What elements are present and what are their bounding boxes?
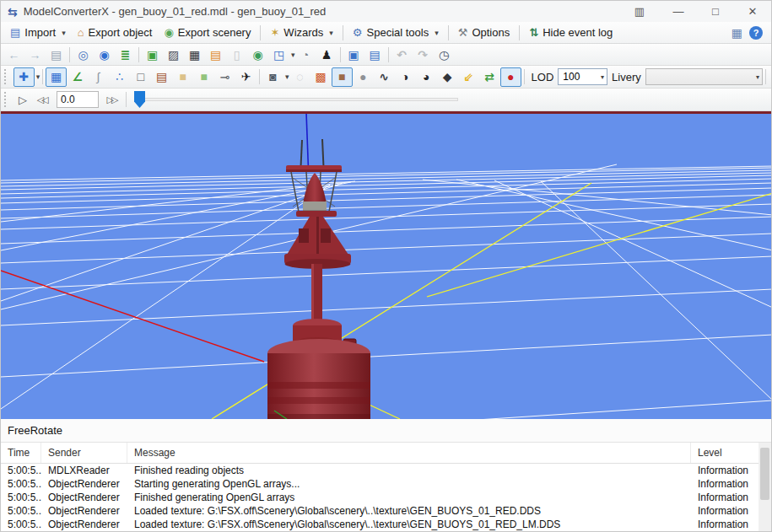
sphere-button[interactable]: ● [353, 67, 374, 87]
log-row[interactable]: 5:00:5... ObjectRenderer Finished genera… [1, 491, 759, 504]
viewport-status-bar: FreeRotate [1, 419, 771, 443]
joint-button[interactable]: ⊸ [214, 67, 235, 87]
toolbar-grip[interactable] [4, 69, 10, 84]
history-button[interactable]: ◷ [434, 45, 455, 64]
wireframe-button[interactable]: □ [130, 67, 151, 87]
flat-shade-button[interactable]: ■ [172, 67, 193, 87]
log-level: Information [691, 465, 759, 476]
chevron-down-icon[interactable]: ▾ [601, 73, 604, 81]
attach-button[interactable]: ∫ [88, 67, 109, 87]
special-tools-button[interactable]: ⚙ Special tools ▾ [347, 24, 445, 40]
back-button[interactable]: ← [3, 45, 24, 64]
import-button[interactable]: ▤ Import ▾ [4, 24, 72, 40]
ghost-sphere-button[interactable]: ◌ [289, 67, 310, 87]
wizards-button[interactable]: ✶ Wizards ▾ [264, 24, 338, 40]
xml-editor-button[interactable]: ▤ [205, 45, 226, 64]
fast-forward-button[interactable]: ▷▷ [102, 94, 123, 105]
menu-separator [519, 25, 520, 40]
color-cube-button[interactable]: ▩ [310, 67, 332, 87]
export-scenery-button[interactable]: ◉ Export scenery [158, 24, 256, 40]
help-button[interactable]: ? [749, 26, 763, 40]
log-sender: ObjectRenderer [41, 505, 127, 517]
toolbar-grip[interactable] [4, 92, 10, 107]
export-object-button[interactable]: ⌂ Export object [72, 24, 159, 40]
airplane-button[interactable]: ✈ [235, 67, 256, 87]
animation-time-field[interactable]: 0.0 [57, 91, 99, 108]
light-rays-button[interactable]: ⇙ [458, 67, 479, 87]
lod-label: LOD [532, 71, 554, 83]
chevron-down-icon[interactable]: ▾ [62, 29, 66, 37]
scrollbar-thumb[interactable] [760, 448, 769, 500]
export-scenery-label: Export scenery [178, 26, 251, 39]
axes-toggle-button[interactable]: ∠ [67, 67, 88, 87]
title-bar[interactable]: ⇆ ModelConverterX - gen_buoy_01_red.mdl … [1, 1, 771, 22]
refresh-button[interactable]: ⇄ [479, 67, 500, 87]
wizards-icon: ✶ [270, 26, 279, 39]
placemark-button[interactable]: ◉ [94, 45, 115, 64]
chevron-down-icon[interactable]: ▾ [36, 73, 40, 81]
screenshot-button[interactable]: ◙ [262, 67, 283, 87]
rewind-button[interactable]: ◁◁ [32, 94, 53, 105]
export-scenery-icon: ◉ [164, 26, 173, 39]
toolbar-separator [126, 92, 127, 107]
slider-thumb[interactable] [134, 91, 145, 108]
log-sender: ObjectRenderer [41, 478, 127, 490]
texture-cube-button[interactable]: ■ [332, 67, 353, 87]
ground-grid [1, 164, 772, 419]
redo-button: ↷ [413, 45, 434, 64]
minimize-button[interactable]: — [660, 1, 697, 22]
textured-view-button[interactable]: ▤ [151, 67, 172, 87]
log-row[interactable]: 5:00:5... ObjectRenderer Loaded texture:… [1, 518, 759, 531]
preview-button[interactable]: ◎ [73, 45, 94, 64]
options-button[interactable]: ⚒ Options [452, 24, 516, 40]
figure-button[interactable]: ♟ [316, 45, 337, 64]
apple-button[interactable]: ● [500, 67, 521, 87]
log-time: 5:00:5... [1, 465, 41, 476]
hide-event-log-button[interactable]: ⇅ Hide event log [523, 24, 618, 40]
chevron-down-icon[interactable]: ▾ [435, 29, 439, 37]
maximize-button[interactable]: □ [697, 1, 734, 22]
checker-sphere-button[interactable]: ◑ [395, 67, 416, 87]
lod-dropdown[interactable]: 100 ▾ [558, 68, 607, 85]
log-row[interactable]: 5:00:5... ObjectRenderer Loaded texture:… [1, 504, 759, 518]
animation-editor-button[interactable]: ▦ [184, 45, 205, 64]
earth-button[interactable]: ◉ [247, 45, 268, 64]
dock-layout-icon[interactable]: ▥ [619, 5, 660, 18]
chevron-down-icon[interactable]: ▾ [285, 73, 289, 81]
log-header-time[interactable]: Time [1, 443, 41, 463]
select-box-button[interactable]: ◳ [268, 45, 289, 64]
log-header-sender[interactable]: Sender [41, 443, 127, 463]
material-editor-button[interactable]: ▨ [163, 45, 184, 64]
hierarchy-button[interactable]: ≣ [115, 45, 136, 64]
log-row[interactable]: 5:00:5... MDLXReader Finished reading ob… [1, 464, 759, 477]
log-header-level[interactable]: Level [691, 443, 759, 463]
log-sender: ObjectRenderer [41, 519, 127, 530]
animation-slider[interactable] [134, 90, 458, 109]
details-view-button[interactable]: ▤ [364, 45, 386, 64]
gem-button[interactable]: ◆ [437, 67, 458, 87]
report-icon[interactable]: ▦ [732, 26, 742, 40]
log-row[interactable]: 5:00:5... ObjectRenderer Starting genera… [1, 477, 759, 491]
3d-viewport[interactable] [1, 111, 771, 419]
forward-button[interactable]: → [24, 45, 46, 64]
slider-track[interactable] [134, 98, 458, 101]
play-button[interactable]: ▷ [13, 94, 32, 106]
export-object-icon: ⌂ [78, 26, 84, 39]
attach-objects-button[interactable]: ◔ [295, 45, 316, 64]
fit-view-button[interactable]: ✚ [13, 67, 35, 87]
ground-poly-button[interactable]: ■ [193, 67, 214, 87]
chevron-down-icon[interactable]: ▾ [291, 51, 295, 59]
close-button[interactable]: ✕ [734, 1, 771, 22]
grid-toggle-button[interactable]: ▦ [46, 67, 67, 87]
path-tool-button[interactable]: ∿ [374, 67, 395, 87]
log-scrollbar[interactable] [759, 443, 771, 531]
vertices-button[interactable]: ∴ [109, 67, 130, 87]
picture-view-button[interactable]: ▣ [343, 45, 364, 64]
object-info-button[interactable]: ▤ [46, 45, 67, 64]
import-label: Import [24, 26, 56, 39]
log-time: 5:00:5... [1, 519, 41, 530]
log-header-message[interactable]: Message [127, 443, 691, 463]
chevron-down-icon[interactable]: ▾ [329, 29, 333, 37]
checker-sphere-2-button[interactable]: ◕ [416, 67, 437, 87]
texture-editor-button[interactable]: ▣ [142, 45, 163, 64]
